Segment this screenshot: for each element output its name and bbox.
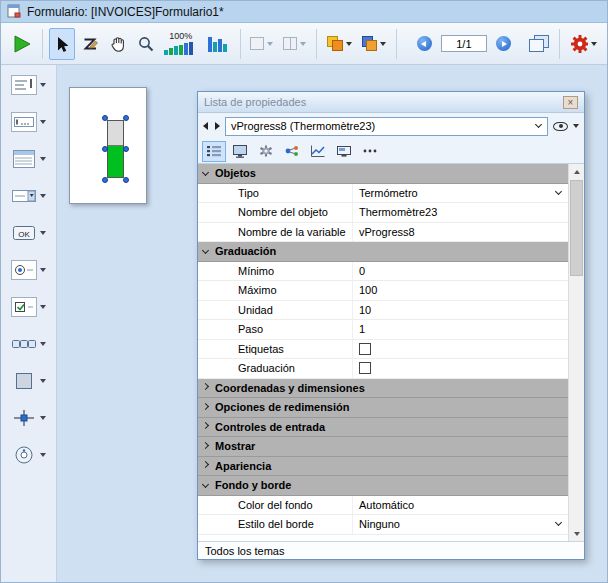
property-value[interactable] bbox=[352, 340, 568, 359]
property-value[interactable]: Automático bbox=[352, 496, 568, 515]
chevron-down-icon[interactable] bbox=[591, 42, 597, 46]
property-value[interactable]: Thermomètre23 bbox=[352, 203, 568, 222]
chevron-down-icon[interactable] bbox=[40, 268, 46, 272]
chevron-down-icon[interactable] bbox=[573, 124, 579, 128]
property-row-etiquetas: Etiquetas bbox=[198, 340, 568, 360]
panel-tab-display[interactable] bbox=[332, 141, 356, 162]
prev-object-icon[interactable] bbox=[203, 122, 208, 130]
object-selector[interactable]: vProgress8 (Thermomètre23) bbox=[225, 117, 548, 136]
chevron-down-icon[interactable] bbox=[40, 453, 46, 457]
zoom-tool-button[interactable] bbox=[133, 28, 159, 60]
chart-bars-button[interactable] bbox=[203, 28, 234, 60]
chevron-down-icon[interactable] bbox=[267, 42, 273, 46]
selection-handle[interactable] bbox=[123, 115, 129, 121]
property-value[interactable]: 10 bbox=[352, 301, 568, 320]
chevron-down-icon[interactable] bbox=[40, 83, 46, 87]
property-row-unidad: Unidad10 bbox=[198, 301, 568, 321]
prev-page-button[interactable] bbox=[411, 28, 437, 60]
section-header-opciones-de-redimension[interactable]: Opciones de redimensión bbox=[198, 398, 568, 418]
split-tool-button[interactable] bbox=[279, 28, 310, 60]
chevron-down-icon[interactable] bbox=[40, 157, 46, 161]
chevron-down-icon bbox=[202, 169, 209, 176]
chevron-down-icon[interactable] bbox=[346, 42, 352, 46]
sidebar-tool-dial[interactable] bbox=[11, 445, 46, 465]
sidebar-tool-list-box[interactable] bbox=[11, 149, 46, 169]
chevron-down-icon[interactable] bbox=[40, 342, 46, 346]
select-tool-button[interactable] bbox=[49, 28, 75, 60]
form-page[interactable] bbox=[69, 87, 147, 204]
panel-tab-screen[interactable] bbox=[228, 141, 252, 162]
slider-icon bbox=[11, 408, 37, 428]
section-header-objetos[interactable]: Objetos bbox=[198, 164, 568, 184]
panel-tab-chart[interactable] bbox=[306, 141, 330, 162]
scrollbar[interactable] bbox=[568, 164, 584, 541]
next-page-button[interactable] bbox=[491, 28, 517, 60]
checkbox[interactable] bbox=[359, 362, 371, 374]
zoom-bars-icon bbox=[163, 41, 199, 55]
sidebar-tool-button-bar[interactable] bbox=[11, 334, 46, 354]
panel-tab-link[interactable] bbox=[280, 141, 304, 162]
chevron-down-icon[interactable] bbox=[40, 379, 46, 383]
scroll-down-button[interactable] bbox=[569, 526, 584, 541]
draw-tool-button[interactable] bbox=[77, 28, 103, 60]
chevron-down-icon[interactable] bbox=[40, 305, 46, 309]
windows-button[interactable] bbox=[525, 28, 553, 60]
next-object-icon[interactable] bbox=[215, 122, 220, 130]
selection-handle[interactable] bbox=[123, 146, 129, 152]
selection-handle[interactable] bbox=[102, 177, 108, 183]
selection-handle[interactable] bbox=[123, 177, 129, 183]
sidebar-tool-check-box[interactable] bbox=[11, 297, 46, 317]
layout-tool-button[interactable] bbox=[246, 28, 277, 60]
chevron-down-icon[interactable] bbox=[380, 42, 386, 46]
property-value[interactable] bbox=[352, 359, 568, 378]
chevron-down-icon[interactable] bbox=[40, 120, 46, 124]
selection-handle[interactable] bbox=[102, 115, 108, 121]
chevron-down-icon[interactable] bbox=[300, 42, 306, 46]
property-value[interactable]: 0 bbox=[352, 262, 568, 281]
sidebar-tool-static-text[interactable] bbox=[11, 75, 46, 95]
panel-tab-list[interactable] bbox=[202, 141, 226, 162]
property-value[interactable]: 100 bbox=[352, 281, 568, 300]
window-titlebar[interactable]: Formulario: [INVOICES]Formulario1* bbox=[1, 1, 607, 23]
property-value[interactable]: 1 bbox=[352, 320, 568, 339]
property-value[interactable]: Termómetro bbox=[352, 184, 568, 203]
page-indicator[interactable]: 1/1 bbox=[441, 35, 487, 52]
sidebar-tool-radio-button[interactable] bbox=[11, 260, 46, 280]
chevron-down-icon[interactable] bbox=[40, 231, 46, 235]
select-arrow-icon bbox=[53, 35, 71, 53]
sidebar-tool-combo-box[interactable] bbox=[11, 186, 46, 206]
chevron-down-icon[interactable] bbox=[40, 194, 46, 198]
section-header-graduacion[interactable]: Graduación bbox=[198, 242, 568, 262]
checkbox[interactable] bbox=[359, 343, 371, 355]
object-selector-row: vProgress8 (Thermomètre23) bbox=[198, 113, 584, 139]
section-header-apariencia[interactable]: Apariencia bbox=[198, 457, 568, 477]
close-icon[interactable] bbox=[563, 96, 578, 109]
sidebar-tool-edit-field[interactable] bbox=[11, 112, 46, 132]
property-row-graduacion: Graduación bbox=[198, 359, 568, 379]
order-tool-button[interactable] bbox=[323, 28, 356, 60]
properties-panel-titlebar[interactable]: Lista de propiedades bbox=[198, 92, 584, 113]
scroll-up-button[interactable] bbox=[569, 164, 584, 179]
sidebar-tool-button[interactable]: OK bbox=[11, 223, 46, 243]
property-label: Etiquetas bbox=[198, 340, 352, 359]
panel-tab-more[interactable] bbox=[358, 141, 382, 162]
zoom-level-widget[interactable]: 100% bbox=[161, 27, 201, 61]
selection-handle[interactable] bbox=[102, 146, 108, 152]
scrollbar-thumb[interactable] bbox=[570, 180, 583, 276]
thermometer-control[interactable] bbox=[104, 117, 127, 181]
section-header-coordenadas-y-dimensiones[interactable]: Coordenadas y dimensiones bbox=[198, 379, 568, 399]
sidebar-tool-slider[interactable] bbox=[11, 408, 46, 428]
chevron-down-icon[interactable] bbox=[40, 416, 46, 420]
eye-icon[interactable] bbox=[553, 122, 568, 131]
run-button[interactable] bbox=[7, 28, 36, 60]
section-header-controles-de-entrada[interactable]: Controles de entrada bbox=[198, 418, 568, 438]
section-header-fondo-y-borde[interactable]: Fondo y borde bbox=[198, 476, 568, 496]
align-tool-button[interactable] bbox=[358, 28, 391, 60]
stop-button[interactable] bbox=[566, 28, 601, 60]
property-value[interactable]: Ninguno bbox=[352, 515, 568, 534]
panel-tab-settings[interactable] bbox=[254, 141, 278, 162]
sidebar-tool-shape[interactable] bbox=[11, 371, 46, 391]
pan-tool-button[interactable] bbox=[105, 28, 131, 60]
section-header-mostrar[interactable]: Mostrar bbox=[198, 437, 568, 457]
property-value[interactable]: vProgress8 bbox=[352, 223, 568, 242]
